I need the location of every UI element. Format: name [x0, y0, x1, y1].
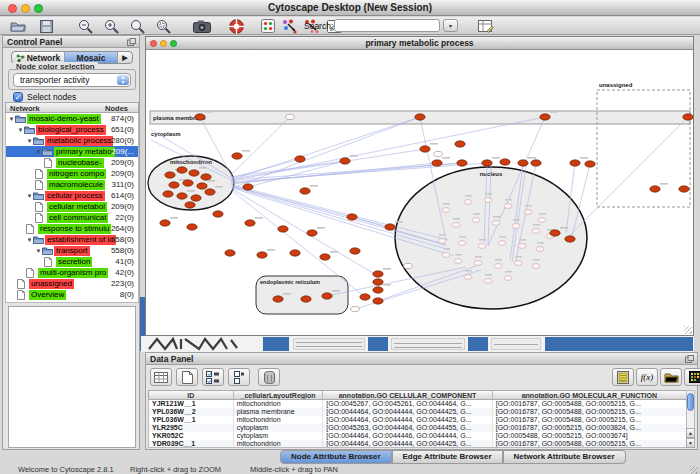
column-header-id[interactable]: ID: [149, 391, 234, 399]
network-node[interactable]: [187, 224, 197, 230]
network-node[interactable]: [185, 202, 195, 208]
save-button[interactable]: [36, 18, 56, 34]
network-node[interactable]: [183, 180, 193, 186]
network-node[interactable]: [492, 221, 500, 226]
network-node[interactable]: [438, 239, 446, 244]
table-row[interactable]: YPL036W__1mitochondrion[GO:0044464, GO:0…: [149, 416, 687, 424]
attribute-matrix-icon[interactable]: [684, 368, 700, 386]
window-resize-grip[interactable]: [690, 466, 698, 474]
network-node[interactable]: [434, 151, 443, 156]
network-node[interactable]: [189, 170, 199, 176]
search-input[interactable]: [334, 19, 440, 32]
expander-icon[interactable]: ▼: [17, 127, 24, 133]
expander-icon[interactable]: ▼: [26, 237, 33, 243]
network-node[interactable]: [570, 160, 580, 166]
network-node[interactable]: [257, 252, 267, 258]
tree-row-transport[interactable]: ▼transport558(0): [6, 245, 138, 256]
select-nodes-checkbox[interactable]: ✓: [13, 92, 23, 102]
table-header[interactable]: ID _cellularLayoutRegion annotation.GO C…: [148, 390, 688, 400]
tree-row-cell-communicat[interactable]: cell communicat22(0): [6, 212, 138, 223]
search-dropdown-arrow[interactable]: ▾: [443, 19, 458, 32]
network-node[interactable]: [245, 220, 255, 226]
table-row[interactable]: YDR039C__1mitochondrion[GO:0044464, GO:0…: [149, 440, 687, 448]
formula-builder-icon[interactable]: f(x): [636, 368, 658, 386]
network-node[interactable]: [518, 244, 526, 249]
network-node[interactable]: [360, 294, 370, 300]
network-canvas[interactable]: plasma membranecytoplasmmitochondrionnuc…: [146, 50, 693, 335]
network-node[interactable]: [464, 200, 472, 205]
network-node[interactable]: [457, 160, 467, 166]
network-node[interactable]: [455, 141, 465, 147]
network-node[interactable]: [482, 160, 492, 166]
network-node[interactable]: [373, 271, 383, 277]
network-node[interactable]: [454, 259, 462, 264]
network-node[interactable]: [373, 279, 383, 285]
network-node[interactable]: [205, 189, 215, 195]
network-node[interactable]: [165, 172, 175, 178]
network-node[interactable]: [195, 114, 205, 120]
network-node[interactable]: [347, 214, 357, 220]
expander-icon[interactable]: ▼: [35, 248, 42, 254]
tree-row-nitrogen-compo[interactable]: nitrogen compo209(0): [6, 168, 138, 179]
network-node[interactable]: [442, 253, 450, 258]
tree-row-multi-organism-pro[interactable]: multi-organism pro42(0): [6, 267, 138, 278]
network-node[interactable]: [340, 158, 350, 164]
scroll-down-button[interactable]: ▼: [686, 438, 695, 448]
tree-row-mosaic-demo-yeast[interactable]: ▼mosaic-demo-yeast874(0): [6, 113, 138, 124]
network-node[interactable]: [514, 261, 522, 266]
network-node[interactable]: [232, 153, 242, 159]
network-node[interactable]: [512, 224, 520, 229]
network-node[interactable]: [683, 114, 693, 120]
network-node[interactable]: [679, 186, 689, 192]
tab-overflow-arrow[interactable]: ▶: [118, 52, 132, 63]
network-node[interactable]: [650, 186, 660, 192]
zoom-fit-icon[interactable]: [128, 18, 148, 34]
expander-icon[interactable]: ▼: [26, 138, 33, 144]
plugin-manager-icon[interactable]: [258, 18, 278, 34]
table-row[interactable]: YJR121W__1mitochondrion[GO:0045267, GO:0…: [149, 400, 687, 408]
network-node[interactable]: [550, 230, 560, 236]
network-node[interactable]: [197, 183, 207, 189]
network-node[interactable]: [565, 236, 575, 242]
zoom-out-icon[interactable]: [76, 18, 96, 34]
network-node[interactable]: [484, 198, 492, 203]
tree-row-secretion[interactable]: secretion41(0): [6, 256, 138, 267]
network-node[interactable]: [278, 226, 288, 232]
float-panel-icon[interactable]: [685, 355, 694, 363]
network-node[interactable]: [452, 223, 460, 228]
help-lifesaver-icon[interactable]: [226, 18, 246, 34]
tree-row-nucleobase-[interactable]: nucleobase-209(0): [6, 157, 138, 168]
table-row[interactable]: YPL036W__2plasma membrane[GO:0044464, GO…: [149, 408, 687, 416]
network-node[interactable]: [585, 161, 595, 167]
network-node[interactable]: [213, 211, 223, 217]
network-node[interactable]: [295, 156, 305, 162]
network-node[interactable]: [243, 184, 253, 190]
column-header-cellular-component[interactable]: annotation.GO CELLULAR_COMPONENT: [323, 391, 492, 399]
network-node[interactable]: [169, 182, 179, 188]
snapshot-camera-icon[interactable]: [192, 18, 212, 34]
tree-row-primary-metabol[interactable]: ▼primary metabol209(...: [6, 146, 138, 157]
network-node[interactable]: [478, 244, 486, 249]
tab-network-attribute-browser[interactable]: Network Attribute Browser: [503, 450, 626, 464]
network-node[interactable]: [498, 241, 506, 246]
table-row[interactable]: YKR052Ccytoplasm[GO:0044464, GO:0044446,…: [149, 432, 687, 440]
tree-row-biological-process[interactable]: ▼biological_process651(0): [6, 124, 138, 135]
attribute-table-icon[interactable]: [150, 368, 172, 386]
table-row[interactable]: YLR295Ccytoplasm[GO:0045263, GO:0044464,…: [149, 424, 687, 432]
network-view-frame[interactable]: primary metabolic process plasma membran…: [145, 36, 694, 336]
network-node[interactable]: [286, 114, 295, 119]
network-node[interactable]: [322, 293, 332, 299]
network-node[interactable]: [532, 229, 540, 234]
column-header-molecular-function[interactable]: annotation.GO MOLECULAR_FUNCTION: [493, 391, 687, 399]
network-node[interactable]: [472, 218, 480, 223]
network-frame-titlebar[interactable]: primary metabolic process: [146, 37, 693, 50]
open-file-button[interactable]: [8, 18, 28, 34]
network-node[interactable]: [532, 264, 540, 269]
frame-resize-grip[interactable]: [684, 326, 692, 334]
network-node[interactable]: [538, 218, 546, 223]
expander-icon[interactable]: ▼: [8, 116, 15, 122]
network-node[interactable]: [494, 264, 502, 269]
network-node[interactable]: [504, 204, 512, 209]
network-node[interactable]: [404, 263, 413, 268]
network-node[interactable]: [201, 174, 211, 180]
